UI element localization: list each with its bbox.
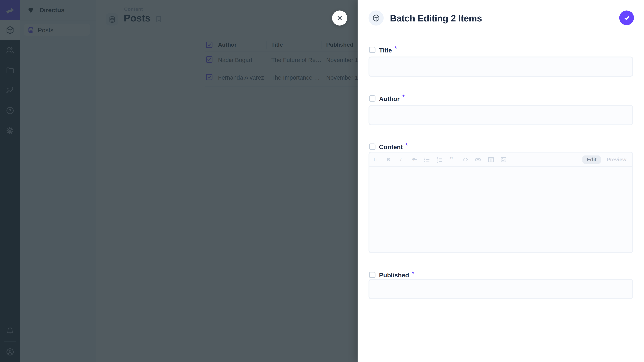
field-checkbox-unchecked[interactable]: [368, 143, 376, 150]
tab-edit[interactable]: Edit: [582, 155, 601, 164]
field-head-author: Author ★: [368, 95, 405, 102]
drawer-title: Batch Editing 2 Items: [390, 13, 482, 24]
italic-icon[interactable]: I: [398, 156, 405, 163]
bulleted-list-icon[interactable]: [423, 156, 431, 163]
required-star-icon: ★: [394, 45, 397, 49]
field-head-content: Content ★: [368, 143, 408, 150]
field-checkbox-unchecked[interactable]: [368, 95, 376, 102]
editor-textarea[interactable]: [370, 167, 632, 253]
link-icon[interactable]: [474, 156, 482, 163]
field-label: Content: [379, 143, 403, 150]
required-star-icon: ★: [411, 270, 414, 275]
field-label: Title: [379, 46, 392, 53]
strikethrough-icon[interactable]: T: [410, 156, 418, 163]
format-text-icon[interactable]: T T: [372, 156, 380, 163]
tab-preview[interactable]: Preview: [604, 155, 629, 164]
drawer-header-icon: [368, 10, 384, 26]
field-checkbox-unchecked[interactable]: [368, 46, 376, 54]
image-icon[interactable]: [500, 156, 507, 163]
numbered-list-icon[interactable]: 1 2 3: [436, 156, 444, 163]
svg-text:T: T: [412, 157, 415, 162]
svg-text:T: T: [373, 157, 376, 162]
required-star-icon: ★: [402, 94, 405, 98]
markdown-editor: T T B I T: [368, 152, 633, 253]
check-icon: [622, 13, 631, 22]
author-input[interactable]: [368, 105, 633, 125]
svg-text:T: T: [376, 158, 378, 161]
field-label: Published: [379, 271, 409, 279]
editor-toolbar: T T B I T: [370, 152, 632, 167]
close-drawer-button[interactable]: [332, 10, 347, 26]
table-icon[interactable]: [487, 156, 494, 163]
box-icon: [372, 14, 380, 22]
required-star-icon: ★: [405, 142, 408, 146]
bold-icon[interactable]: B: [385, 156, 392, 163]
svg-text:I: I: [400, 157, 402, 162]
field-label: Author: [379, 95, 400, 102]
svg-text:B: B: [387, 157, 390, 162]
field-checkbox-unchecked[interactable]: [368, 271, 376, 279]
title-input[interactable]: [368, 57, 633, 77]
batch-edit-drawer: Batch Editing 2 Items Title ★ Author ★: [358, 0, 644, 362]
save-button[interactable]: [619, 10, 634, 25]
blockquote-icon[interactable]: ”: [448, 156, 456, 163]
x-icon: [336, 14, 344, 22]
app-root: ?: [0, 0, 644, 362]
field-head-title: Title ★: [368, 46, 398, 54]
svg-text:3: 3: [436, 160, 438, 163]
editor-mode-tabs: Edit Preview: [582, 155, 630, 164]
published-input[interactable]: [368, 279, 633, 299]
svg-text:”: ”: [450, 156, 453, 163]
field-head-published: Published ★: [368, 271, 414, 279]
code-icon[interactable]: [461, 156, 469, 163]
